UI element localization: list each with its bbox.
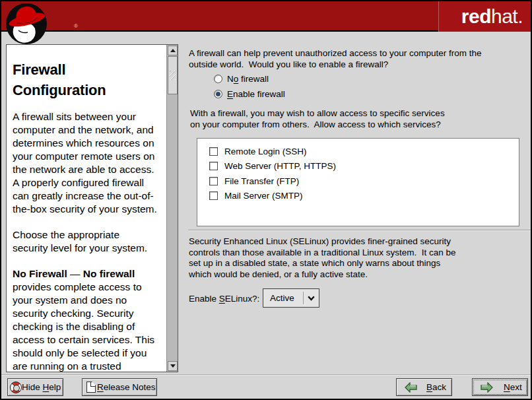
help-paragraph-3: No Firewall — No firewall provides compl…	[13, 267, 162, 372]
scroll-up-button[interactable]	[168, 46, 178, 55]
selinux-description-text: Security Enhanced Linux (SELinux) provid…	[189, 236, 455, 280]
service-label: Remote Login (SSH)	[224, 147, 307, 156]
selinux-dropdown[interactable]: Active	[263, 288, 319, 308]
service-label: Web Server (HTTP, HTTPS)	[224, 161, 336, 171]
hide-help-label: Hide Help	[22, 382, 61, 392]
selinux-dropdown-value: Active	[263, 293, 303, 303]
radio-no-firewall-label: No firewall	[227, 74, 269, 84]
checkbox-icon[interactable]	[209, 162, 218, 170]
installer-window: redhat. ® Firewall Configuration A firew…	[0, 0, 532, 400]
checkbox-icon[interactable]	[209, 147, 218, 156]
arrow-up-icon	[170, 49, 176, 52]
service-row-http[interactable]: Web Server (HTTP, HTTPS)	[209, 159, 519, 174]
service-label: Mail Server (SMTP)	[224, 191, 303, 201]
scroll-down-button[interactable]	[168, 361, 178, 371]
footer-separator	[1, 374, 531, 376]
help-paragraph-1: A firewall sits between your computer an…	[13, 110, 162, 216]
radio-enable-firewall-label: Enable firewall	[227, 89, 285, 99]
scrollbar-grip-icon	[170, 71, 176, 80]
redhat-wordmark: redhat.	[461, 5, 523, 28]
chevron-down-icon	[304, 296, 319, 301]
help-scrollbar[interactable]	[166, 45, 178, 372]
help-content: Firewall Configuration A firewall sits b…	[7, 45, 166, 372]
back-button[interactable]: Back	[396, 378, 452, 396]
help-paragraph-2: Choose the appropriate security level fo…	[13, 228, 162, 255]
checkbox-icon[interactable]	[209, 177, 218, 185]
back-label: Back	[426, 382, 446, 392]
horizontal-separator	[188, 230, 532, 231]
service-row-smtp[interactable]: Mail Server (SMTP)	[209, 189, 519, 204]
service-row-ftp[interactable]: File Transfer (FTP)	[209, 174, 519, 189]
header-band: redhat. ®	[1, 1, 531, 32]
firewall-intro-text: A firewall can help prevent unauthorized…	[189, 48, 481, 70]
hide-help-button[interactable]: Hide Help	[7, 378, 63, 396]
help-title: Firewall Configuration	[13, 59, 162, 100]
release-notes-label: Release Notes	[97, 382, 156, 392]
help-panel: Firewall Configuration A firewall sits b…	[6, 44, 178, 372]
release-notes-button[interactable]: Release Notes	[82, 378, 157, 396]
radio-button-icon[interactable]	[214, 75, 222, 83]
checkbox-icon[interactable]	[209, 191, 218, 200]
scrollbar-thumb[interactable]	[168, 56, 178, 94]
service-label: File Transfer (FTP)	[224, 176, 299, 186]
arrow-left-icon	[405, 382, 417, 393]
wordmark-red: red	[461, 5, 491, 27]
registered-trademark: ®	[74, 23, 78, 29]
radio-no-firewall[interactable]: No firewall	[214, 74, 269, 84]
wordmark-hat: hat.	[491, 5, 523, 27]
redhat-shadowman-logo-icon	[5, 3, 48, 45]
radio-enable-firewall[interactable]: Enable firewall	[214, 89, 285, 99]
arrow-down-icon	[170, 364, 176, 368]
enable-selinux-label: Enable SELinux?:	[189, 294, 259, 304]
focus-ring	[474, 380, 526, 394]
radio-button-selected-icon[interactable]	[214, 90, 222, 98]
next-button[interactable]: Next	[472, 378, 528, 396]
document-icon	[86, 382, 96, 393]
services-intro-text: With a firewall, you may wish to allow a…	[190, 108, 445, 130]
service-row-ssh[interactable]: Remote Login (SSH)	[209, 144, 519, 159]
lifebuoy-icon	[10, 382, 22, 393]
services-list: Remote Login (SSH) Web Server (HTTP, HTT…	[197, 138, 519, 226]
